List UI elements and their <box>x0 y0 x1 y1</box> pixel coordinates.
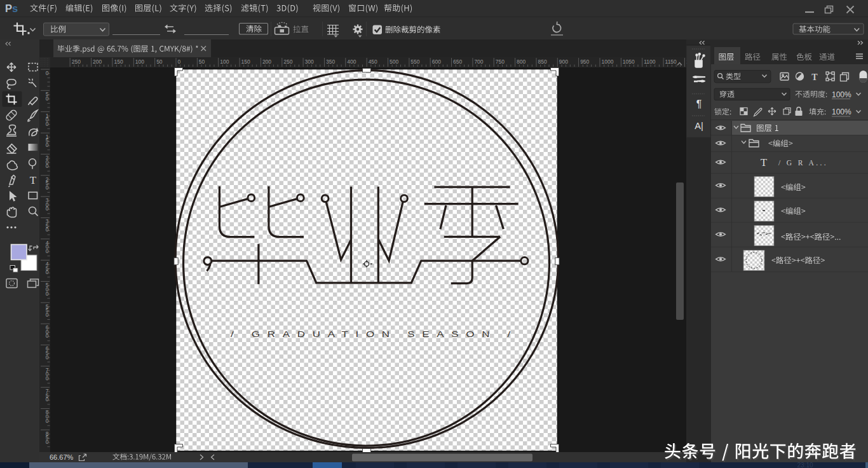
svg-text:/ G R A...: / G R A... <box>778 159 828 167</box>
svg-text:100: 100 <box>135 59 144 65</box>
svg-text:0: 0 <box>46 163 49 169</box>
svg-text:¶: ¶ <box>696 99 702 109</box>
svg-text:1100: 1100 <box>644 59 656 65</box>
svg-text:750: 750 <box>496 59 505 65</box>
svg-text:0: 0 <box>46 269 49 275</box>
svg-text:0: 0 <box>178 59 181 65</box>
svg-text:0: 0 <box>46 184 49 191</box>
svg-text:P: P <box>5 3 12 14</box>
svg-text:700: 700 <box>474 59 483 65</box>
svg-text:300: 300 <box>305 59 314 65</box>
svg-text:550: 550 <box>410 59 419 65</box>
svg-text:23:10: 23:10 <box>797 462 813 468</box>
svg-text:250: 250 <box>283 59 292 65</box>
svg-text:800: 800 <box>517 59 526 65</box>
svg-text:/ GRADUATION SEASON /: / GRADUATION SEASON / <box>231 329 518 339</box>
svg-text:0: 0 <box>46 95 49 102</box>
svg-text:0: 0 <box>46 291 49 297</box>
svg-text:0: 0 <box>46 354 49 361</box>
svg-text:0: 0 <box>46 418 49 424</box>
svg-text:0: 0 <box>46 396 49 403</box>
svg-text:400: 400 <box>347 59 356 65</box>
svg-text:1150: 1150 <box>665 59 677 65</box>
svg-text:100%: 100% <box>832 107 851 116</box>
svg-text:0: 0 <box>46 70 49 76</box>
svg-text:T: T <box>761 156 768 169</box>
svg-text:900: 900 <box>559 59 568 65</box>
svg-text:0: 0 <box>46 205 49 212</box>
svg-text:T: T <box>30 174 37 186</box>
svg-text:1000: 1000 <box>602 59 614 65</box>
svg-text:T: T <box>811 72 818 82</box>
svg-text:450: 450 <box>369 59 377 65</box>
svg-text:s: s <box>12 3 18 14</box>
svg-text:0: 0 <box>46 333 49 339</box>
svg-text:0: 0 <box>46 312 49 318</box>
svg-text:100: 100 <box>220 59 229 65</box>
svg-text:50: 50 <box>199 59 205 65</box>
svg-text:250: 250 <box>72 59 81 65</box>
svg-text:0: 0 <box>46 248 49 254</box>
svg-text:50: 50 <box>156 59 163 65</box>
svg-text:66.67%: 66.67% <box>50 453 74 461</box>
svg-text:600: 600 <box>432 59 441 65</box>
svg-text:100%: 100% <box>832 90 851 99</box>
svg-text:650: 650 <box>453 59 462 65</box>
svg-text:500: 500 <box>390 59 398 65</box>
svg-text:A|: A| <box>695 121 703 131</box>
svg-text:150: 150 <box>114 59 123 65</box>
svg-text:0: 0 <box>46 375 49 382</box>
svg-text:350: 350 <box>326 59 335 65</box>
svg-text:0: 0 <box>46 142 49 148</box>
svg-text:950: 950 <box>580 59 589 65</box>
svg-text:150: 150 <box>241 59 250 65</box>
svg-text:850: 850 <box>538 59 546 65</box>
svg-text:0: 0 <box>46 121 49 127</box>
svg-text:0: 0 <box>46 226 49 233</box>
svg-text:1050: 1050 <box>623 59 635 65</box>
svg-text:200: 200 <box>262 59 271 65</box>
svg-text:200: 200 <box>93 59 102 65</box>
svg-text:0: 0 <box>46 439 49 445</box>
